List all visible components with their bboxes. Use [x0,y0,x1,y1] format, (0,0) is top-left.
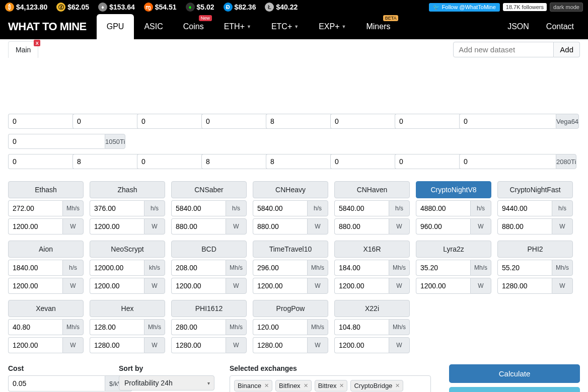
hashrate-input[interactable] [171,200,226,216]
dataset-input[interactable] [453,42,554,57]
hashrate-input[interactable] [90,319,144,335]
hashrate-input[interactable] [171,260,226,276]
power-input[interactable] [90,278,144,294]
power-input[interactable] [8,337,62,353]
hashrate-input[interactable] [253,200,307,216]
nav-gpu[interactable]: GPU [97,14,134,39]
power-input[interactable] [90,218,144,234]
close-icon[interactable]: X [34,40,40,46]
power-input[interactable] [253,278,307,294]
gpu-label-button[interactable]: 1050Ti [105,134,125,149]
power-input[interactable] [171,337,226,353]
power-input[interactable] [253,218,307,234]
algo-header-button[interactable]: PHI1612 [171,300,247,317]
algo-header-button[interactable]: Zhash [90,181,165,198]
power-input[interactable] [416,218,470,234]
hashrate-input[interactable] [90,260,144,276]
nav-json[interactable]: JSON [501,22,535,31]
algo-header-button[interactable]: Lyra2z [416,241,491,258]
dark-mode-button[interactable]: dark mode [550,3,583,12]
nav-exp[interactable]: EXP+▼ [309,14,356,39]
algo-header-button[interactable]: CNSaber [171,181,247,198]
gpu-count-input[interactable] [459,154,556,169]
algo-header-button[interactable]: TimeTravel10 [253,241,328,258]
exchange-tag[interactable]: Bittrex✕ [315,380,348,391]
nav-asic[interactable]: ASIC [134,14,173,39]
power-input[interactable] [171,278,226,294]
hashrate-input[interactable] [253,260,307,276]
hashrate-input[interactable] [334,319,389,335]
algo-header-button[interactable]: BCD [171,241,247,258]
sort-select[interactable]: Profitability 24h [119,375,214,390]
algo-header-button[interactable]: X16R [334,241,410,258]
exchange-tag[interactable]: Bitfinex✕ [275,380,312,391]
hashrate-input[interactable] [171,319,226,335]
ticker-ltc[interactable]: Ł$40.22 [265,3,298,12]
calculate-button[interactable]: Calculate [449,364,580,383]
algo-header-button[interactable]: X22i [334,300,410,317]
power-input[interactable] [8,218,62,234]
hashrate-input[interactable] [416,260,470,276]
twitter-followers[interactable]: 18.7K followers [503,3,547,11]
tab-main[interactable]: Main X [8,41,38,58]
algo-header-button[interactable]: NeoScrypt [90,241,165,258]
algo-header-button[interactable]: Ethash [8,181,84,198]
hashrate-input[interactable] [497,260,552,276]
hashrate-input[interactable] [334,200,389,216]
algo-header-button[interactable]: Aion [8,241,84,258]
remove-icon[interactable]: ✕ [304,382,308,389]
power-input[interactable] [334,278,389,294]
nav-etc[interactable]: ETC+▼ [261,14,309,39]
logo[interactable]: WHAT TO MINE [8,20,87,33]
gpu-count-input[interactable] [459,114,556,129]
nav-eth[interactable]: ETH+▼ [214,14,261,39]
algo-header-button[interactable]: CryptoNightV8 [416,181,491,198]
remove-icon[interactable]: ✕ [395,382,400,389]
ticker-eth[interactable]: ♦$153.64 [98,3,135,12]
twitter-follow-button[interactable]: 🐦Follow @WhatToMine [429,3,500,12]
nav-coins[interactable]: CoinsNew [173,14,214,39]
ticker-dash[interactable]: Đ$82.36 [224,3,256,12]
nav-contact[interactable]: Contact [540,22,580,31]
gpu-count-input[interactable] [8,134,105,149]
power-input[interactable] [334,218,389,234]
hashrate-input[interactable] [8,319,62,335]
remove-icon[interactable]: ✕ [264,382,269,389]
hashrate-input[interactable] [334,260,389,276]
power-input[interactable] [416,278,470,294]
remove-icon[interactable]: ✕ [339,382,344,389]
power-input[interactable] [253,337,307,353]
hashrate-input[interactable] [497,200,552,216]
algo-header-button[interactable]: CryptoNightFast [497,181,573,198]
hashrate-input[interactable] [416,200,470,216]
nav-miners[interactable]: MinersBETA [356,14,400,39]
power-input[interactable] [90,337,144,353]
hashrate-input[interactable] [8,260,62,276]
hashrate-input[interactable] [253,319,307,335]
ticker-xmr[interactable]: ɱ$54.51 [144,3,177,12]
algo-header-button[interactable]: CNHeavy [253,181,328,198]
ticker-btc[interactable]: ₿$4,123.80 [5,3,47,12]
power-input[interactable] [8,278,62,294]
gpu-label-button[interactable]: Vega64 [556,114,579,129]
add-dataset-button[interactable]: Add [554,42,580,57]
hashrate-input[interactable] [90,200,144,216]
gpu-label-button[interactable]: 2080Ti [556,154,576,169]
power-input[interactable] [497,278,552,294]
cost-input[interactable] [8,375,105,391]
power-input[interactable] [334,337,389,353]
ticker-etc[interactable]: ♦$5.02 [186,3,214,12]
hashrate-input[interactable] [8,200,62,216]
algo-header-button[interactable]: ProgPow [253,300,328,317]
exchange-tag[interactable]: CryptoBridge✕ [350,380,403,391]
defaults-button[interactable]: Defaults [449,387,580,392]
algo-header-button[interactable]: Xevan [8,300,84,317]
algo-header-button[interactable]: PHI2 [497,241,573,258]
power-input[interactable] [497,218,552,234]
algo-header-button[interactable]: Hex [90,300,165,317]
exchange-tag[interactable]: Binance✕ [234,380,272,391]
ticker-zec[interactable]: ⓩ$62.05 [56,3,89,12]
power-input[interactable] [171,218,226,234]
exchanges-box[interactable]: Binance✕Bitfinex✕Bittrex✕CryptoBridge✕Cr… [230,375,431,392]
algo-header-button[interactable]: CNHaven [334,181,410,198]
